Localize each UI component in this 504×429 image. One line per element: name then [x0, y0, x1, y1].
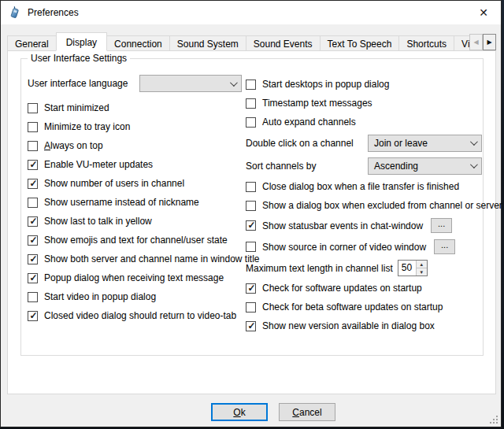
spinner-down-button[interactable]: ▼: [417, 268, 427, 276]
checkbox-row: Show number of users in channel: [28, 174, 245, 193]
checkbox-label: Start minimized: [44, 102, 109, 113]
checkbox[interactable]: Start desktops in popup dialog: [246, 79, 389, 90]
groupbox-title: User Interface Settings: [28, 53, 130, 64]
spinner[interactable]: 50 ▲ ▼: [398, 260, 428, 276]
checkbox[interactable]: Check for software updates on startup: [246, 283, 422, 294]
checkbox-box[interactable]: [246, 302, 256, 313]
checkbox-row: Timestamp text messages: [246, 94, 482, 113]
checkbox-box[interactable]: [28, 311, 38, 321]
checkbox-box[interactable]: [246, 220, 256, 231]
checkbox-box[interactable]: [28, 179, 38, 189]
spinner-value[interactable]: 50: [398, 261, 416, 276]
user-interface-settings-group: User Interface Settings User interface l…: [20, 58, 484, 356]
checkbox-row: Auto expand channels: [246, 113, 482, 131]
tab[interactable]: Shortcuts: [398, 35, 454, 51]
checkbox-row: Always on top: [28, 136, 245, 155]
checkbox-box[interactable]: [28, 254, 38, 264]
checkbox[interactable]: Show a dialog box when excluded from cha…: [246, 200, 502, 211]
ok-button[interactable]: Ok: [211, 403, 268, 421]
checkbox-box[interactable]: [246, 242, 256, 252]
checkbox-box[interactable]: [246, 321, 256, 331]
checkbox-box[interactable]: [28, 273, 38, 283]
checkbox-box[interactable]: [246, 80, 256, 90]
checkbox-box[interactable]: [246, 283, 256, 294]
right-column: Start desktops in popup dialog Timestamp…: [246, 75, 482, 335]
language-row: User interface language: [28, 75, 245, 92]
checkbox-label: Timestamp text messages: [262, 98, 372, 109]
checkbox[interactable]: Show source in corner of video window: [246, 242, 426, 253]
cancel-button[interactable]: Cancel: [279, 403, 335, 421]
checkbox-label: Popup dialog when receiving text message: [44, 272, 224, 283]
checkbox-box[interactable]: [28, 103, 38, 113]
checkbox-box[interactable]: [246, 201, 256, 211]
resize-grip[interactable]: [489, 415, 498, 424]
checkbox[interactable]: Check for beta software updates on start…: [246, 301, 443, 313]
checkbox[interactable]: Show statusbar events in chat-window: [246, 220, 423, 231]
tab-scroll-right-button[interactable]: ▶: [483, 34, 496, 50]
tab[interactable]: General: [7, 35, 57, 51]
tab-scroll-left-button[interactable]: ◀: [469, 34, 483, 50]
checkbox[interactable]: Close dialog box when a file transfer is…: [246, 181, 459, 192]
checkbox-row: Start minimized: [28, 98, 245, 117]
checkbox-box[interactable]: [28, 122, 38, 132]
checkbox[interactable]: Minimize to tray icon: [28, 118, 130, 136]
dropdown-value: Join or leave: [374, 138, 428, 149]
checkbox[interactable]: Closed video dialog should return to vid…: [28, 307, 236, 325]
checkbox-label: Check for software updates on startup: [262, 283, 422, 294]
language-select[interactable]: [139, 75, 242, 92]
spinner-buttons: ▲ ▼: [416, 261, 427, 276]
tab[interactable]: Sound System: [169, 35, 246, 51]
checkbox-label: Show source in corner of video window: [262, 242, 426, 253]
checkbox[interactable]: Start minimized: [28, 99, 109, 117]
checkbox-box[interactable]: [28, 216, 38, 227]
checkbox-box[interactable]: [246, 98, 256, 109]
spinner-up-button[interactable]: ▲: [417, 261, 427, 268]
close-button[interactable]: ✕: [469, 1, 498, 24]
checkbox-box[interactable]: [28, 160, 38, 170]
dropdown-value: Ascending: [374, 161, 418, 172]
checkbox[interactable]: Show number of users in channel: [28, 175, 184, 193]
checkbox-label: Auto expand channels: [262, 116, 356, 128]
display-tab-panel: User Interface Settings User interface l…: [7, 50, 496, 394]
checkbox[interactable]: Enable VU-meter updates: [28, 156, 153, 174]
checkbox[interactable]: Auto expand channels: [246, 116, 356, 128]
checkbox-row: Closed video dialog should return to vid…: [28, 306, 245, 325]
dropdown[interactable]: Join or leave: [368, 135, 482, 152]
checkbox-box[interactable]: [246, 182, 256, 192]
checkbox-label: Show emojis and text for channel/user st…: [44, 235, 228, 246]
checkbox-box[interactable]: [28, 235, 38, 246]
tab[interactable]: Connection: [106, 35, 170, 51]
checkbox-row: Show new version available in dialog box: [246, 316, 482, 335]
checkbox[interactable]: Show new version available in dialog box: [246, 320, 435, 331]
ellipsis-button[interactable]: ...: [434, 239, 455, 254]
checkbox[interactable]: Show last to talk in yellow: [28, 213, 152, 231]
checkbox-box[interactable]: [28, 141, 38, 151]
checkbox-label: Close dialog box when a file transfer is…: [262, 181, 459, 192]
checkbox[interactable]: Popup dialog when receiving text message: [28, 269, 224, 287]
checkbox-row: Show a dialog box when excluded from cha…: [246, 196, 482, 215]
checkbox-box[interactable]: [28, 198, 38, 208]
checkbox[interactable]: Show both server and channel name in win…: [28, 250, 260, 268]
checkbox-row: Show emojis and text for channel/user st…: [28, 231, 245, 250]
tab[interactable]: Display: [56, 32, 107, 51]
titlebar[interactable]: Preferences ✕: [1, 1, 501, 24]
close-icon: ✕: [479, 6, 488, 19]
tab[interactable]: Text To Speech: [320, 35, 400, 51]
checkbox-label: Show both server and channel name in win…: [44, 253, 260, 264]
checkbox-box[interactable]: [28, 292, 38, 302]
tab[interactable]: Sound Events: [246, 35, 321, 51]
checkbox[interactable]: Show emojis and text for channel/user st…: [28, 231, 228, 250]
checkbox-label: Enable VU-meter updates: [44, 159, 153, 170]
checkbox[interactable]: Always on top: [28, 137, 103, 155]
checkbox-row: Enable VU-meter updates: [28, 155, 245, 174]
preferences-window: Preferences ✕ GeneralDisplayConnectionSo…: [0, 0, 502, 427]
checkbox[interactable]: Start video in popup dialog: [28, 288, 156, 306]
spinner-row: Maximum text length in channel list 50 ▲…: [246, 257, 482, 279]
checkbox[interactable]: Timestamp text messages: [246, 98, 372, 109]
dropdown[interactable]: Ascending: [368, 157, 482, 175]
checkbox-row: Start video in popup dialog: [28, 287, 245, 306]
checkbox-box[interactable]: [246, 117, 256, 128]
checkbox[interactable]: Show username instead of nickname: [28, 194, 199, 212]
dropdown-row: Sort channels by Ascending: [246, 154, 482, 177]
ellipsis-button[interactable]: ...: [431, 218, 452, 233]
